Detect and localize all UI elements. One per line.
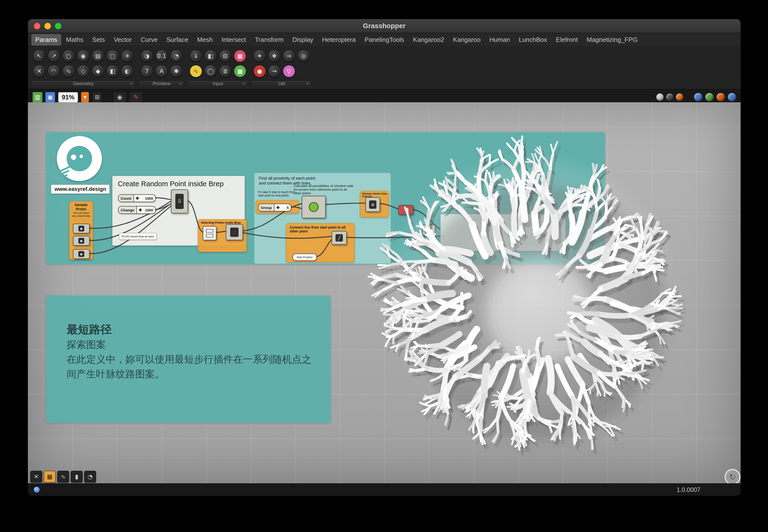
knob-icon[interactable]: ◯ [203,64,218,79]
count-slider[interactable]: Count 1500 [118,194,156,202]
plane-param-icon[interactable]: ◉ [76,48,91,64]
zoom-window-button[interactable] [55,23,61,29]
sphere-param-icon[interactable]: ◐ [120,64,135,79]
display-shaded-icon[interactable] [705,93,714,101]
ribbon-label-input[interactable]: Input + [188,80,247,87]
expand-icon[interactable]: + [179,81,182,87]
menu-tab-sets[interactable]: Sets [88,34,109,46]
grasshopper-canvas[interactable]: 最短路径 探索图案 在此定义中，妳可以使用最短步行插件在一系列随机点之间产生叶脉… [28,102,741,484]
menu-tab-mesh[interactable]: Mesh [193,34,217,46]
time-param-icon[interactable]: ◔ [169,48,184,64]
colour-param-icon[interactable]: ✱ [169,64,184,79]
slider-grip[interactable] [138,208,142,212]
toggle-icon[interactable]: ◧ [203,48,218,64]
expand-icon[interactable]: + [130,81,133,87]
change-slider[interactable]: Change 1500 [118,206,156,214]
colour-swatch-icon[interactable]: ▦ [233,64,247,79]
display-wire-icon[interactable] [694,93,702,101]
line-component[interactable]: ╱ [332,231,347,245]
import-icon[interactable]: ⇓ [188,48,203,64]
proximity-3d-component[interactable] [302,196,326,218]
number-param-icon[interactable]: 0.1 [154,48,169,64]
gradient-icon[interactable]: ▦ [233,48,247,64]
menu-tab-surface[interactable]: Surface [162,34,193,46]
menu-tab-transform[interactable]: Transform [251,34,288,46]
menu-tab-vector[interactable]: Vector [110,34,136,46]
menu-tab-panelingtools[interactable]: PanelingTools [361,34,408,46]
curve-param-icon[interactable]: ∿ [61,64,76,79]
canvas-pointer-icon[interactable]: ✕ [30,471,42,483]
arc-param-icon[interactable]: ◠ [46,64,61,79]
ribbon-label-primitive[interactable]: Primitive + [139,80,184,87]
menu-tab-maths[interactable]: Maths [62,34,87,46]
display-doc-icon[interactable] [728,93,736,101]
group-slider[interactable]: Group 5 [258,204,292,211]
cluster-icon[interactable]: ✦ [252,48,267,64]
jump-icon[interactable]: ◎ [296,48,311,64]
status-info-icon[interactable] [34,487,40,493]
menu-tab-intersect[interactable]: Intersect [218,34,250,46]
boolean-param-icon[interactable]: ◑ [139,48,154,64]
menu-tab-heteroptera[interactable]: Heteroptera [318,34,360,46]
redraw-icon[interactable]: ◔ [84,471,96,483]
flask-icon[interactable]: ▽ [282,64,296,79]
point-param-icon[interactable]: ↗ [46,48,61,64]
menu-tab-params[interactable]: Params [31,34,61,46]
group-select-icon[interactable]: ▦ [44,471,56,483]
trigger-icon[interactable]: → [267,64,282,79]
minimize-window-button[interactable] [44,23,51,29]
ribbon-label-util[interactable]: Util + [252,80,311,87]
circle-param-icon[interactable]: ○ [61,48,76,64]
null-param-icon[interactable]: ✕ [32,64,46,79]
relay-icon[interactable]: ⇒ [282,48,296,64]
data-dam-icon[interactable]: ❖ [267,48,282,64]
close-window-button[interactable] [34,23,40,29]
menu-tab-kangaroo2[interactable]: Kangaroo2 [409,34,448,46]
menu-tab-magnetizing_fpg[interactable]: Magnetizing_FPG [583,34,641,46]
zoom-dropdown-button[interactable]: ▾ [81,92,89,103]
text-param-icon[interactable]: A [154,64,169,79]
menu-tab-display[interactable]: Display [289,34,317,46]
preview-ball-dark-icon[interactable] [666,93,674,101]
expand-icon[interactable]: + [306,81,309,87]
view-compass[interactable]: ↻ [724,469,741,484]
populate-3d-component[interactable]: ⠿ [171,189,188,213]
brep-param-component[interactable]: ◆ [73,224,90,233]
start-position-point[interactable]: Start Position [292,254,317,261]
slider-icon[interactable]: ⊟ [218,48,233,64]
panel-icon[interactable]: ≣ [218,64,233,79]
menu-tab-elefront[interactable]: Elefront [552,34,582,46]
layers-param-icon[interactable]: ▤ [91,48,105,64]
brep-param-component[interactable]: ◆ [73,236,90,246]
display-render-icon[interactable] [717,93,725,101]
point-in-brep-component[interactable] [203,226,217,240]
menu-tab-kangaroo[interactable]: Kangaroo [449,34,485,46]
save-document-icon[interactable]: ▣ [45,92,55,103]
mesh-param-icon[interactable]: ✳ [120,48,135,64]
menu-tab-curve[interactable]: Curve [137,34,161,46]
cursor-icon[interactable]: ↖ [32,48,46,64]
preview-ball-light-icon[interactable] [656,93,664,101]
preview-ball-orange-icon[interactable] [676,93,683,101]
menu-tab-human[interactable]: Human [485,34,514,46]
brep-param-component[interactable]: ◆ [73,249,90,259]
menu-tab-lunchbox[interactable]: LunchBox [515,34,551,46]
new-document-icon[interactable]: ▥ [32,92,43,103]
wire-display-icon[interactable]: ∿ [57,471,69,483]
surface-param-icon[interactable]: ◆ [91,64,105,79]
paint-wires-button[interactable]: ✎ [129,92,142,103]
integer-param-icon[interactable]: 7 [139,64,154,79]
ribbon-label-geometry[interactable]: Geometry + [32,80,135,87]
panel-display-icon[interactable]: ▮ [71,471,82,483]
zoom-extents-button[interactable]: ⊞ [92,92,102,103]
slider-grip[interactable] [276,206,280,209]
preview-eye-button[interactable]: ◉ [113,92,126,103]
cherry-picker-icon[interactable]: ● [252,64,267,79]
cull-pattern-component[interactable]: ∷ [226,224,243,240]
graph-mapper-icon[interactable]: ∿ [188,64,203,79]
brep-param-icon[interactable]: ◧ [105,64,120,79]
slider-grip[interactable] [136,197,139,200]
rect-param-icon[interactable]: ◇ [76,64,91,79]
expand-icon[interactable]: + [243,81,246,87]
box-param-icon[interactable]: ▢ [105,48,120,64]
